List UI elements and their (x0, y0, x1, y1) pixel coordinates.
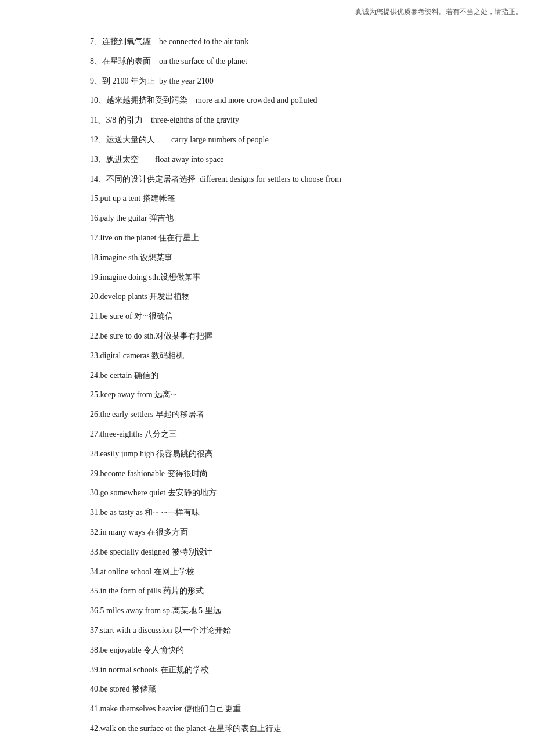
item-prefix: 14、不同的设计供定居者选择 (90, 175, 200, 183)
item-translation: be connected to the air tank (159, 37, 248, 46)
item-text: 29.become fashionable 变得很时尚 (90, 469, 208, 478)
item-text: 23.digital cameras 数码相机 (90, 351, 184, 360)
item-translation: float away into space (155, 155, 224, 164)
item-text: 15.put up a tent 搭建帐篷 (90, 194, 175, 203)
item-prefix: 9、到 2100 年为止 (90, 77, 159, 85)
item-prefix: 13、飘进太空 (90, 155, 155, 164)
item-text: 41.make themselves heavier 使他们自己更重 (90, 704, 241, 713)
item-text: 31.be as tasty as 和··· ···一样有味 (90, 508, 200, 517)
list-item: 14、不同的设计供定居者选择 different designs for set… (90, 172, 444, 186)
list-item: 39.in normal schools 在正规的学校 (90, 663, 444, 677)
list-item: 27.three-eighths 八分之三 (90, 427, 444, 441)
list-item: 11、3/8 的引力 three-eighths of the gravity (90, 113, 444, 127)
list-item: 40.be stored 被储藏 (90, 682, 444, 696)
item-translation: more and more crowded and polluted (196, 96, 317, 105)
item-prefix: 7、连接到氧气罐 (90, 37, 159, 46)
item-text: 32.in many ways 在很多方面 (90, 528, 188, 537)
list-item: 25.keep away from 远离··· (90, 388, 444, 402)
item-text: 21.be sure of 对···很确信 (90, 312, 173, 321)
item-text: 25.keep away from 远离··· (90, 390, 177, 399)
list-item: 42.walk on the surface of the planet 在星球… (90, 722, 444, 736)
item-text: 18.imagine sth.设想某事 (90, 253, 172, 262)
list-item: 31.be as tasty as 和··· ···一样有味 (90, 506, 444, 520)
list-item: 10、越来越拥挤和受到污染 more and more crowded and … (90, 93, 444, 107)
item-text: 36.5 miles away from sp.离某地 5 里远 (90, 606, 221, 615)
item-text: 27.three-eighths 八分之三 (90, 430, 177, 438)
list-item: 9、到 2100 年为止 by the year 2100 (90, 74, 444, 88)
list-item: 33.be specially designed 被特别设计 (90, 545, 444, 559)
list-item: 37.start with a discussion 以一个讨论开始 (90, 624, 444, 638)
list-item: 30.go somewhere quiet 去安静的地方 (90, 486, 444, 500)
item-text: 40.be stored 被储藏 (90, 685, 156, 693)
list-item: 38.be enjoyable 令人愉快的 (90, 643, 444, 657)
item-text: 19.imagine doing sth.设想做某事 (90, 273, 201, 282)
header-note: 真诚为您提供优质参考资料。若有不当之处，请指正。 (355, 7, 522, 17)
list-item: 26.the early settlers 早起的移居者 (90, 408, 444, 422)
item-translation: different designs for settlers to choose… (200, 175, 341, 183)
list-item: 19.imagine doing sth.设想做某事 (90, 271, 444, 285)
list-item: 12、运送大量的人 carry large numbers of people (90, 133, 444, 147)
list-item: 13、飘进太空 float away into space (90, 153, 444, 167)
list-item: 20.develop plants 开发出植物 (90, 290, 444, 304)
item-prefix: 8、在星球的表面 (90, 57, 159, 66)
list-item: 8、在星球的表面 on the surface of the planet (90, 55, 444, 69)
list-item: 17.live on the planet 住在行星上 (90, 231, 444, 245)
list-item: 35.in the form of pills 药片的形式 (90, 584, 444, 598)
list-item: 22.be sure to do sth.对做某事有把握 (90, 329, 444, 343)
item-text: 20.develop plants 开发出植物 (90, 292, 190, 301)
item-text: 35.in the form of pills 药片的形式 (90, 586, 204, 595)
item-prefix: 10、越来越拥挤和受到污染 (90, 96, 196, 105)
item-text: 42.walk on the surface of the planet 在星球… (90, 724, 282, 733)
list-item: 34.at online school 在网上学校 (90, 565, 444, 579)
item-prefix: 11、3/8 的引力 (90, 116, 151, 124)
item-text: 24.be certain 确信的 (90, 371, 158, 380)
item-text: 33.be specially designed 被特别设计 (90, 548, 212, 556)
item-translation: on the surface of the planet (159, 57, 247, 66)
list-item: 24.be certain 确信的 (90, 369, 444, 383)
list-item: 41.make themselves heavier 使他们自己更重 (90, 702, 444, 716)
item-text: 17.live on the planet 住在行星上 (90, 233, 199, 242)
item-text: 28.easily jump high 很容易跳的很高 (90, 449, 213, 458)
item-translation: by the year 2100 (159, 77, 214, 85)
list-item: 7、连接到氧气罐 be connected to the air tank (90, 35, 444, 49)
item-text: 22.be sure to do sth.对做某事有把握 (90, 332, 212, 340)
list-item: 29.become fashionable 变得很时尚 (90, 467, 444, 481)
list-item: 23.digital cameras 数码相机 (90, 349, 444, 363)
item-translation: three-eighths of the gravity (151, 116, 239, 124)
list-item: 28.easily jump high 很容易跳的很高 (90, 447, 444, 461)
list-item: 21.be sure of 对···很确信 (90, 309, 444, 323)
item-text: 37.start with a discussion 以一个讨论开始 (90, 626, 231, 635)
item-text: 39.in normal schools 在正规的学校 (90, 665, 209, 674)
item-text: 26.the early settlers 早起的移居者 (90, 410, 204, 419)
item-text: 30.go somewhere quiet 去安静的地方 (90, 488, 217, 497)
list-item: 32.in many ways 在很多方面 (90, 525, 444, 539)
item-translation: carry large numbers of people (171, 135, 269, 144)
item-text: 38.be enjoyable 令人愉快的 (90, 646, 184, 654)
list-item: 15.put up a tent 搭建帐篷 (90, 192, 444, 206)
item-prefix: 12、运送大量的人 (90, 135, 171, 144)
content-area: 7、连接到氧气罐 be connected to the air tank 8、… (0, 0, 534, 756)
list-item: 36.5 miles away from sp.离某地 5 里远 (90, 604, 444, 618)
list-item: 16.paly the guitar 弹吉他 (90, 211, 444, 225)
list-item: 18.imagine sth.设想某事 (90, 251, 444, 265)
item-text: 16.paly the guitar 弹吉他 (90, 214, 174, 222)
item-text: 34.at online school 在网上学校 (90, 567, 194, 576)
